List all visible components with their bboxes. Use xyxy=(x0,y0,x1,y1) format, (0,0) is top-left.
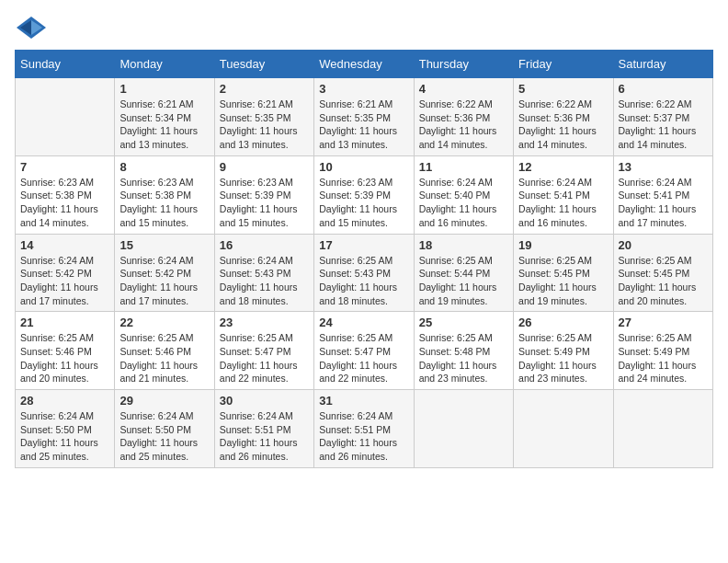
day-info: Sunrise: 6:25 AMSunset: 5:46 PMDaylight:… xyxy=(119,331,209,385)
day-number: 6 xyxy=(619,82,708,96)
day-info: Sunrise: 6:25 AMSunset: 5:49 PMDaylight:… xyxy=(518,331,608,385)
calendar-cell: 24Sunrise: 6:25 AMSunset: 5:47 PMDayligh… xyxy=(314,312,414,390)
day-info: Sunrise: 6:25 AMSunset: 5:47 PMDaylight:… xyxy=(220,331,309,385)
calendar-cell: 5Sunrise: 6:22 AMSunset: 5:36 PMDaylight… xyxy=(514,78,613,156)
day-number: 19 xyxy=(518,238,608,252)
calendar-week-4: 21Sunrise: 6:25 AMSunset: 5:46 PMDayligh… xyxy=(16,312,713,390)
day-number: 28 xyxy=(20,394,109,408)
calendar-cell: 14Sunrise: 6:24 AMSunset: 5:42 PMDayligh… xyxy=(16,234,115,312)
day-info: Sunrise: 6:25 AMSunset: 5:46 PMDaylight:… xyxy=(20,331,109,385)
day-info: Sunrise: 6:23 AMSunset: 5:38 PMDaylight:… xyxy=(119,176,209,230)
day-info: Sunrise: 6:25 AMSunset: 5:45 PMDaylight:… xyxy=(518,254,608,308)
day-number: 9 xyxy=(220,160,309,174)
calendar-cell: 19Sunrise: 6:25 AMSunset: 5:45 PMDayligh… xyxy=(514,234,613,312)
column-header-sunday: Sunday xyxy=(16,51,115,78)
day-info: Sunrise: 6:25 AMSunset: 5:43 PMDaylight:… xyxy=(319,254,408,308)
calendar-cell: 2Sunrise: 6:21 AMSunset: 5:35 PMDaylight… xyxy=(214,78,313,156)
day-number: 14 xyxy=(20,238,109,252)
column-header-tuesday: Tuesday xyxy=(214,51,313,78)
calendar-cell: 20Sunrise: 6:25 AMSunset: 5:45 PMDayligh… xyxy=(613,234,712,312)
calendar-cell: 21Sunrise: 6:25 AMSunset: 5:46 PMDayligh… xyxy=(16,312,115,390)
calendar-cell xyxy=(16,78,115,156)
day-number: 21 xyxy=(20,316,109,329)
day-info: Sunrise: 6:25 AMSunset: 5:45 PMDaylight:… xyxy=(619,254,708,308)
day-number: 11 xyxy=(419,160,508,174)
day-number: 4 xyxy=(419,82,508,96)
day-info: Sunrise: 6:24 AMSunset: 5:40 PMDaylight:… xyxy=(419,176,508,230)
calendar-cell: 9Sunrise: 6:23 AMSunset: 5:39 PMDaylight… xyxy=(214,155,313,234)
day-info: Sunrise: 6:23 AMSunset: 5:39 PMDaylight:… xyxy=(319,176,408,230)
day-number: 5 xyxy=(518,82,608,96)
day-info: Sunrise: 6:24 AMSunset: 5:42 PMDaylight:… xyxy=(20,254,109,308)
calendar-cell xyxy=(414,390,513,468)
calendar-cell: 13Sunrise: 6:24 AMSunset: 5:41 PMDayligh… xyxy=(613,155,712,234)
day-info: Sunrise: 6:23 AMSunset: 5:39 PMDaylight:… xyxy=(220,176,309,230)
calendar-cell: 10Sunrise: 6:23 AMSunset: 5:39 PMDayligh… xyxy=(314,155,414,234)
day-info: Sunrise: 6:22 AMSunset: 5:36 PMDaylight:… xyxy=(419,98,508,152)
calendar-cell: 28Sunrise: 6:24 AMSunset: 5:50 PMDayligh… xyxy=(16,390,115,468)
calendar-cell xyxy=(613,390,712,468)
day-info: Sunrise: 6:23 AMSunset: 5:38 PMDaylight:… xyxy=(20,176,109,230)
day-number: 24 xyxy=(319,316,408,329)
day-number: 17 xyxy=(319,238,408,252)
calendar-cell xyxy=(514,390,613,468)
calendar-cell: 18Sunrise: 6:25 AMSunset: 5:44 PMDayligh… xyxy=(414,234,513,312)
calendar-cell: 7Sunrise: 6:23 AMSunset: 5:38 PMDaylight… xyxy=(16,155,115,234)
day-info: Sunrise: 6:25 AMSunset: 5:49 PMDaylight:… xyxy=(619,331,708,385)
day-number: 16 xyxy=(220,238,309,252)
day-info: Sunrise: 6:24 AMSunset: 5:43 PMDaylight:… xyxy=(220,254,309,308)
day-info: Sunrise: 6:25 AMSunset: 5:47 PMDaylight:… xyxy=(319,331,408,385)
day-info: Sunrise: 6:21 AMSunset: 5:35 PMDaylight:… xyxy=(220,98,309,152)
calendar-cell: 12Sunrise: 6:24 AMSunset: 5:41 PMDayligh… xyxy=(514,155,613,234)
day-info: Sunrise: 6:21 AMSunset: 5:35 PMDaylight:… xyxy=(319,98,408,152)
calendar-cell: 8Sunrise: 6:23 AMSunset: 5:38 PMDaylight… xyxy=(115,155,214,234)
column-header-thursday: Thursday xyxy=(414,51,513,78)
logo-icon xyxy=(15,15,48,40)
calendar-cell: 23Sunrise: 6:25 AMSunset: 5:47 PMDayligh… xyxy=(214,312,313,390)
day-info: Sunrise: 6:22 AMSunset: 5:36 PMDaylight:… xyxy=(518,98,608,152)
calendar-week-5: 28Sunrise: 6:24 AMSunset: 5:50 PMDayligh… xyxy=(16,390,713,468)
calendar-cell: 6Sunrise: 6:22 AMSunset: 5:37 PMDaylight… xyxy=(613,78,712,156)
calendar-cell: 17Sunrise: 6:25 AMSunset: 5:43 PMDayligh… xyxy=(314,234,414,312)
day-number: 15 xyxy=(119,238,209,252)
column-header-wednesday: Wednesday xyxy=(314,51,414,78)
day-number: 31 xyxy=(319,394,408,408)
day-info: Sunrise: 6:24 AMSunset: 5:50 PMDaylight:… xyxy=(119,409,209,464)
calendar-cell: 31Sunrise: 6:24 AMSunset: 5:51 PMDayligh… xyxy=(314,390,414,468)
column-header-monday: Monday xyxy=(115,51,214,78)
calendar-cell: 4Sunrise: 6:22 AMSunset: 5:36 PMDaylight… xyxy=(414,78,513,156)
day-number: 26 xyxy=(518,316,608,329)
day-info: Sunrise: 6:22 AMSunset: 5:37 PMDaylight:… xyxy=(619,98,708,152)
day-number: 3 xyxy=(319,82,408,96)
logo xyxy=(15,15,51,40)
page-header xyxy=(15,15,713,40)
day-info: Sunrise: 6:21 AMSunset: 5:34 PMDaylight:… xyxy=(119,98,209,152)
day-info: Sunrise: 6:24 AMSunset: 5:51 PMDaylight:… xyxy=(319,409,408,464)
column-header-friday: Friday xyxy=(514,51,613,78)
calendar-cell: 1Sunrise: 6:21 AMSunset: 5:34 PMDaylight… xyxy=(115,78,214,156)
day-number: 13 xyxy=(619,160,708,174)
day-info: Sunrise: 6:24 AMSunset: 5:41 PMDaylight:… xyxy=(619,176,708,230)
day-number: 23 xyxy=(220,316,309,329)
day-number: 25 xyxy=(419,316,508,329)
calendar-table: SundayMondayTuesdayWednesdayThursdayFrid… xyxy=(15,50,713,468)
day-info: Sunrise: 6:25 AMSunset: 5:44 PMDaylight:… xyxy=(419,254,508,308)
day-number: 20 xyxy=(619,238,708,252)
calendar-cell: 3Sunrise: 6:21 AMSunset: 5:35 PMDaylight… xyxy=(314,78,414,156)
calendar-cell: 15Sunrise: 6:24 AMSunset: 5:42 PMDayligh… xyxy=(115,234,214,312)
day-number: 8 xyxy=(119,160,209,174)
calendar-cell: 30Sunrise: 6:24 AMSunset: 5:51 PMDayligh… xyxy=(214,390,313,468)
calendar-cell: 26Sunrise: 6:25 AMSunset: 5:49 PMDayligh… xyxy=(514,312,613,390)
calendar-header-row: SundayMondayTuesdayWednesdayThursdayFrid… xyxy=(16,51,713,78)
calendar-cell: 27Sunrise: 6:25 AMSunset: 5:49 PMDayligh… xyxy=(613,312,712,390)
calendar-week-3: 14Sunrise: 6:24 AMSunset: 5:42 PMDayligh… xyxy=(16,234,713,312)
day-number: 30 xyxy=(220,394,309,408)
calendar-cell: 29Sunrise: 6:24 AMSunset: 5:50 PMDayligh… xyxy=(115,390,214,468)
day-number: 7 xyxy=(20,160,109,174)
day-number: 18 xyxy=(419,238,508,252)
calendar-cell: 22Sunrise: 6:25 AMSunset: 5:46 PMDayligh… xyxy=(115,312,214,390)
day-number: 27 xyxy=(619,316,708,329)
day-info: Sunrise: 6:24 AMSunset: 5:50 PMDaylight:… xyxy=(20,409,109,464)
day-info: Sunrise: 6:25 AMSunset: 5:48 PMDaylight:… xyxy=(419,331,508,385)
day-number: 22 xyxy=(119,316,209,329)
